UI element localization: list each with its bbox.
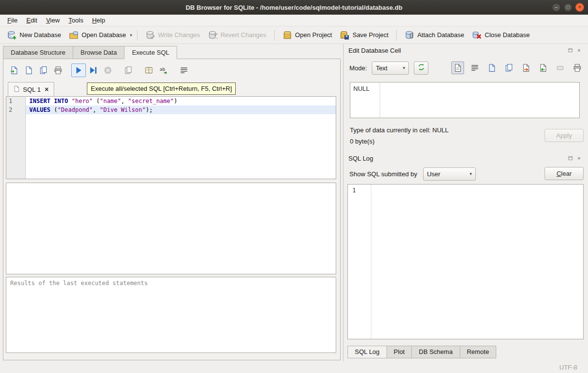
sql-editor-toolbar: ab <box>7 63 191 78</box>
vertical-splitter[interactable] <box>343 44 344 361</box>
close-button[interactable]: × <box>575 3 584 12</box>
set-null-button <box>554 62 567 74</box>
import-cell-button[interactable] <box>537 62 549 74</box>
cell-editor-content[interactable] <box>380 83 579 118</box>
sql-file-tab[interactable]: SQL 1 × <box>8 82 54 96</box>
open-database-button[interactable]: Open Database <box>65 28 130 42</box>
cell-size-info: 0 byte(s) <box>350 138 375 145</box>
write-changes-button: Write Changes <box>142 28 204 42</box>
edit-cell-icon-row <box>451 62 584 74</box>
save-project-icon <box>340 30 349 40</box>
apply-button: Apply <box>545 129 584 142</box>
cell-editor-margin: NULL <box>350 83 380 118</box>
menu-tools[interactable]: Tools <box>64 15 87 25</box>
export-cell-button[interactable] <box>520 62 532 74</box>
dock-float-icon[interactable] <box>567 47 573 54</box>
set-null-icon <box>556 63 565 72</box>
menu-help[interactable]: Help <box>88 15 110 25</box>
encoding-indicator[interactable]: UTF-8 <box>559 364 577 371</box>
edit-cell-mode-row: Mode: Text ▾ <box>349 61 584 75</box>
dock-tab-sql-log[interactable]: SQL Log <box>347 346 387 358</box>
save-sql-file-button[interactable] <box>21 63 36 77</box>
open-project-button[interactable]: Open Project <box>279 28 336 42</box>
sql-editor[interactable]: 12 INSERT INTO "hero" ("name", "secret_n… <box>6 96 336 179</box>
open-project-icon <box>283 30 292 40</box>
sql-editor-code[interactable]: INSERT INTO "hero" ("name", "secret_name… <box>26 97 336 179</box>
cell-editor[interactable]: NULL <box>350 82 580 118</box>
dictionary-button[interactable] <box>142 63 156 77</box>
maximize-button[interactable]: □ <box>564 3 572 12</box>
toolbar-separator <box>274 30 275 41</box>
open-project-label: Open Project <box>295 31 332 39</box>
svg-text:ab: ab <box>160 67 165 72</box>
window-title: DB Browser for SQLite - /home/user/code/… <box>185 4 402 11</box>
find-replace-button[interactable]: ab <box>156 63 171 77</box>
app-window: DB Browser for SQLite - /home/user/code/… <box>0 0 588 373</box>
close-database-button[interactable]: Close Database <box>468 28 534 42</box>
execute-current-line-button[interactable] <box>86 63 101 77</box>
print-sql-button[interactable] <box>51 63 65 77</box>
new-database-icon <box>7 30 17 40</box>
save-project-button[interactable]: Save Project <box>336 28 392 42</box>
dock-tab-remote[interactable]: Remote <box>460 346 497 358</box>
toolbar-separator <box>396 30 397 41</box>
minimize-icon: – <box>555 5 558 10</box>
revert-changes-button: Revert Changes <box>204 28 270 42</box>
submitter-combobox[interactable]: User ▾ <box>423 167 476 181</box>
save-sql-file-icon <box>24 66 33 75</box>
toolbar-separator <box>137 30 138 41</box>
dock-close-icon[interactable]: × <box>576 155 582 162</box>
statusbar: UTF-8 <box>0 361 588 373</box>
tab-execute-sql[interactable]: Execute SQL <box>124 46 177 59</box>
main-toolbar: New Database Open Database ▾ Write Chang… <box>0 26 588 44</box>
menu-file[interactable]: File <box>3 15 22 25</box>
dock-tab-db-schema[interactable]: DB Schema <box>412 346 460 358</box>
save-sql-file-as-icon <box>39 66 48 75</box>
mode-label: Mode: <box>349 64 367 72</box>
tab-browse-data[interactable]: Browse Data <box>73 46 124 59</box>
minimize-button[interactable]: – <box>552 3 561 12</box>
sql-file-icon <box>13 85 20 94</box>
titlebar: DB Browser for SQLite - /home/user/code/… <box>0 0 588 15</box>
stop-icon <box>103 66 112 75</box>
open-database-label: Open Database <box>81 31 126 39</box>
write-changes-label: Write Changes <box>158 31 200 39</box>
open-sql-file-icon <box>10 66 19 75</box>
open-database-dropdown[interactable]: ▾ <box>130 31 133 40</box>
menu-edit[interactable]: Edit <box>22 15 41 25</box>
new-database-label: New Database <box>20 31 61 39</box>
execute-all-sql-button[interactable] <box>71 63 86 77</box>
sql-log-filter-row: Show SQL submitted by User ▾ <box>349 167 476 181</box>
word-wrap-button[interactable] <box>177 63 191 77</box>
attach-database-label: Attach Database <box>417 31 464 39</box>
dock-tab-plot[interactable]: Plot <box>387 346 412 358</box>
cell-value: NULL <box>353 85 369 92</box>
copy-cell-button[interactable] <box>503 62 515 74</box>
export-results-icon <box>124 66 133 75</box>
menu-view[interactable]: View <box>41 15 64 25</box>
print-cell-button[interactable] <box>571 62 584 74</box>
clear-log-button[interactable]: Clear <box>545 167 584 180</box>
new-database-button[interactable]: New Database <box>3 28 65 42</box>
attach-database-button[interactable]: Attach Database <box>401 28 468 42</box>
open-sql-file-button[interactable] <box>7 63 21 77</box>
dock-close-icon[interactable]: × <box>576 47 582 54</box>
revert-changes-label: Revert Changes <box>221 31 266 39</box>
results-grid[interactable] <box>6 183 336 274</box>
edit-cell-title: Edit Database Cell <box>345 47 401 54</box>
text-mode-button[interactable] <box>451 62 464 74</box>
window-controls: – □ × <box>552 3 584 12</box>
attach-database-icon <box>405 30 414 40</box>
auto-switch-mode-button[interactable] <box>414 62 428 75</box>
mode-value: Text <box>376 64 387 72</box>
chevron-down-icon: ▾ <box>130 33 132 38</box>
tab-database-structure[interactable]: Database Structure <box>3 46 73 59</box>
word-wrap-toggle-button[interactable] <box>468 62 481 74</box>
edit-cell-dock-header: Edit Database Cell × <box>345 45 585 56</box>
save-sql-file-as-button[interactable] <box>36 63 51 77</box>
sql-file-tab-close-icon[interactable]: × <box>44 85 48 93</box>
mode-combobox[interactable]: Text ▾ <box>372 62 409 75</box>
dock-float-icon[interactable] <box>567 155 573 162</box>
sql-log-view[interactable]: 1 <box>347 184 584 339</box>
open-in-external-button[interactable] <box>486 62 498 74</box>
